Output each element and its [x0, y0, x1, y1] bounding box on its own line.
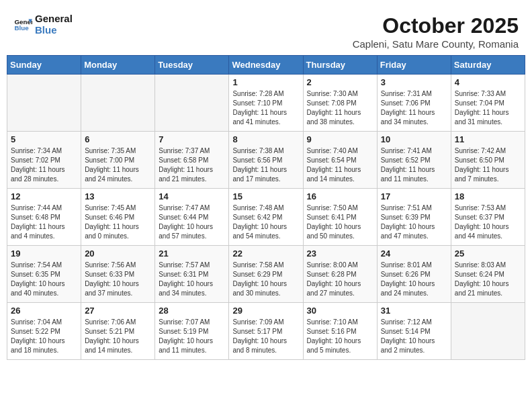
calendar-cell: 15Sunrise: 7:48 AMSunset: 6:42 PMDayligh…	[229, 189, 303, 246]
day-number: 13	[85, 191, 151, 201]
calendar-cell: 19Sunrise: 7:54 AMSunset: 6:35 PMDayligh…	[7, 246, 81, 303]
day-info: Sunrise: 7:51 AMSunset: 6:39 PMDaylight:…	[381, 203, 447, 241]
day-number: 14	[159, 191, 225, 201]
day-number: 22	[232, 248, 299, 259]
day-info: Sunrise: 8:00 AMSunset: 6:28 PMDaylight:…	[307, 261, 373, 298]
calendar-cell: 5Sunrise: 7:34 AMSunset: 7:02 PMDaylight…	[7, 132, 81, 189]
calendar-week-1: 1Sunrise: 7:28 AMSunset: 7:10 PMDaylight…	[7, 75, 525, 132]
day-info: Sunrise: 7:41 AMSunset: 6:52 PMDaylight:…	[381, 146, 447, 184]
day-info: Sunrise: 7:33 AMSunset: 7:04 PMDaylight:…	[455, 89, 521, 127]
page-header: General Blue General Blue October 2025 C…	[7, 7, 525, 55]
day-info: Sunrise: 7:35 AMSunset: 7:00 PMDaylight:…	[85, 146, 151, 184]
calendar-cell	[7, 75, 81, 132]
weekday-friday: Friday	[377, 56, 451, 75]
day-number: 20	[85, 248, 151, 259]
day-number: 17	[381, 191, 447, 201]
day-info: Sunrise: 7:54 AMSunset: 6:35 PMDaylight:…	[11, 261, 77, 298]
day-info: Sunrise: 7:09 AMSunset: 5:17 PMDaylight:…	[232, 318, 299, 355]
day-number: 26	[11, 306, 77, 316]
day-number: 31	[381, 306, 447, 316]
day-info: Sunrise: 8:01 AMSunset: 6:26 PMDaylight:…	[381, 261, 447, 298]
day-info: Sunrise: 7:57 AMSunset: 6:31 PMDaylight:…	[159, 261, 225, 298]
calendar-week-3: 12Sunrise: 7:44 AMSunset: 6:48 PMDayligh…	[7, 189, 525, 246]
day-info: Sunrise: 7:12 AMSunset: 5:14 PMDaylight:…	[381, 318, 447, 355]
weekday-saturday: Saturday	[451, 56, 525, 75]
calendar-cell: 4Sunrise: 7:33 AMSunset: 7:04 PMDaylight…	[451, 75, 525, 132]
day-info: Sunrise: 7:50 AMSunset: 6:41 PMDaylight:…	[307, 203, 373, 241]
weekday-thursday: Thursday	[303, 56, 377, 75]
day-number: 4	[455, 77, 521, 87]
day-number: 28	[159, 306, 225, 316]
day-number: 1	[232, 77, 299, 87]
day-info: Sunrise: 7:07 AMSunset: 5:19 PMDaylight:…	[159, 318, 225, 355]
calendar-header: SundayMondayTuesdayWednesdayThursdayFrid…	[7, 56, 525, 75]
weekday-sunday: Sunday	[7, 56, 81, 75]
weekday-wednesday: Wednesday	[229, 56, 303, 75]
logo-icon: General Blue	[13, 15, 32, 34]
calendar-week-4: 19Sunrise: 7:54 AMSunset: 6:35 PMDayligh…	[7, 246, 525, 303]
calendar-cell: 12Sunrise: 7:44 AMSunset: 6:48 PMDayligh…	[7, 189, 81, 246]
calendar-cell: 8Sunrise: 7:38 AMSunset: 6:56 PMDaylight…	[229, 132, 303, 189]
calendar-cell: 24Sunrise: 8:01 AMSunset: 6:26 PMDayligh…	[377, 246, 451, 303]
calendar-cell: 11Sunrise: 7:42 AMSunset: 6:50 PMDayligh…	[451, 132, 525, 189]
calendar-cell: 22Sunrise: 7:58 AMSunset: 6:29 PMDayligh…	[229, 246, 303, 303]
calendar-cell: 1Sunrise: 7:28 AMSunset: 7:10 PMDaylight…	[229, 75, 303, 132]
calendar-cell: 27Sunrise: 7:06 AMSunset: 5:21 PMDayligh…	[81, 303, 155, 360]
calendar-cell: 6Sunrise: 7:35 AMSunset: 7:00 PMDaylight…	[81, 132, 155, 189]
calendar-cell: 17Sunrise: 7:51 AMSunset: 6:39 PMDayligh…	[377, 189, 451, 246]
day-number: 24	[381, 248, 447, 259]
day-info: Sunrise: 7:34 AMSunset: 7:02 PMDaylight:…	[11, 146, 77, 184]
day-info: Sunrise: 7:10 AMSunset: 5:16 PMDaylight:…	[307, 318, 373, 355]
day-number: 2	[307, 77, 373, 87]
logo-general: General	[35, 13, 73, 25]
day-info: Sunrise: 7:45 AMSunset: 6:46 PMDaylight:…	[85, 203, 151, 241]
day-number: 19	[11, 248, 77, 259]
day-number: 11	[455, 134, 521, 144]
calendar-cell: 20Sunrise: 7:56 AMSunset: 6:33 PMDayligh…	[81, 246, 155, 303]
calendar-cell: 28Sunrise: 7:07 AMSunset: 5:19 PMDayligh…	[155, 303, 229, 360]
calendar-body: 1Sunrise: 7:28 AMSunset: 7:10 PMDaylight…	[7, 75, 525, 360]
calendar-cell: 29Sunrise: 7:09 AMSunset: 5:17 PMDayligh…	[229, 303, 303, 360]
day-info: Sunrise: 7:58 AMSunset: 6:29 PMDaylight:…	[232, 261, 299, 298]
day-number: 30	[307, 306, 373, 316]
day-number: 21	[159, 248, 225, 259]
calendar-week-5: 26Sunrise: 7:04 AMSunset: 5:22 PMDayligh…	[7, 303, 525, 360]
logo: General Blue General Blue	[13, 13, 73, 36]
calendar-cell: 18Sunrise: 7:53 AMSunset: 6:37 PMDayligh…	[451, 189, 525, 246]
calendar-cell: 30Sunrise: 7:10 AMSunset: 5:16 PMDayligh…	[303, 303, 377, 360]
day-number: 10	[381, 134, 447, 144]
day-number: 29	[232, 306, 299, 316]
calendar-cell: 26Sunrise: 7:04 AMSunset: 5:22 PMDayligh…	[7, 303, 81, 360]
day-number: 6	[85, 134, 151, 144]
day-info: Sunrise: 7:31 AMSunset: 7:06 PMDaylight:…	[381, 89, 447, 127]
day-info: Sunrise: 7:47 AMSunset: 6:44 PMDaylight:…	[159, 203, 225, 241]
calendar-cell: 13Sunrise: 7:45 AMSunset: 6:46 PMDayligh…	[81, 189, 155, 246]
location-subtitle: Capleni, Satu Mare County, Romania	[353, 38, 519, 50]
day-info: Sunrise: 7:04 AMSunset: 5:22 PMDaylight:…	[11, 318, 77, 355]
calendar-cell: 23Sunrise: 8:00 AMSunset: 6:28 PMDayligh…	[303, 246, 377, 303]
day-number: 23	[307, 248, 373, 259]
calendar-week-2: 5Sunrise: 7:34 AMSunset: 7:02 PMDaylight…	[7, 132, 525, 189]
day-number: 16	[307, 191, 373, 201]
weekday-tuesday: Tuesday	[155, 56, 229, 75]
calendar-cell: 2Sunrise: 7:30 AMSunset: 7:08 PMDaylight…	[303, 75, 377, 132]
day-number: 3	[381, 77, 447, 87]
day-number: 9	[307, 134, 373, 144]
day-info: Sunrise: 7:53 AMSunset: 6:37 PMDaylight:…	[455, 203, 521, 241]
title-block: October 2025 Capleni, Satu Mare County, …	[353, 13, 519, 50]
svg-text:Blue: Blue	[14, 24, 29, 32]
calendar-cell	[81, 75, 155, 132]
day-number: 18	[455, 191, 521, 201]
weekday-header-row: SundayMondayTuesdayWednesdayThursdayFrid…	[7, 56, 525, 75]
day-info: Sunrise: 8:03 AMSunset: 6:24 PMDaylight:…	[455, 261, 521, 298]
calendar-cell	[451, 303, 525, 360]
day-info: Sunrise: 7:56 AMSunset: 6:33 PMDaylight:…	[85, 261, 151, 298]
calendar-cell: 7Sunrise: 7:37 AMSunset: 6:58 PMDaylight…	[155, 132, 229, 189]
weekday-monday: Monday	[81, 56, 155, 75]
calendar-cell: 25Sunrise: 8:03 AMSunset: 6:24 PMDayligh…	[451, 246, 525, 303]
day-number: 25	[455, 248, 521, 259]
calendar-cell	[155, 75, 229, 132]
day-info: Sunrise: 7:42 AMSunset: 6:50 PMDaylight:…	[455, 146, 521, 184]
calendar-cell: 31Sunrise: 7:12 AMSunset: 5:14 PMDayligh…	[377, 303, 451, 360]
month-title: October 2025	[353, 13, 519, 38]
